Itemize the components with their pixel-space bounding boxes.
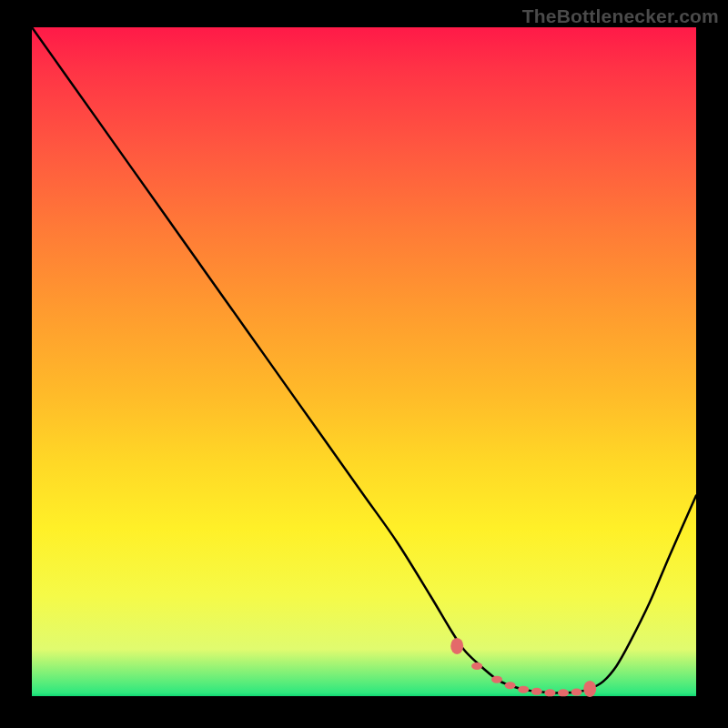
bottleneck-curve — [32, 27, 696, 693]
highlight-dot — [558, 689, 569, 696]
attribution-text: TheBottlenecker.com — [522, 5, 719, 27]
curve-svg — [32, 27, 696, 696]
highlight-dot — [505, 682, 516, 689]
highlight-dots — [450, 638, 596, 697]
highlight-dot — [583, 681, 596, 697]
chart-container: TheBottlenecker.com — [0, 0, 728, 728]
highlight-dot — [471, 662, 482, 670]
highlight-dot — [450, 638, 463, 654]
highlight-dot — [544, 689, 555, 696]
highlight-dot — [571, 689, 582, 696]
highlight-dot — [491, 676, 502, 683]
highlight-dot — [518, 686, 529, 693]
highlight-dot — [531, 688, 542, 695]
plot-area — [32, 27, 696, 696]
